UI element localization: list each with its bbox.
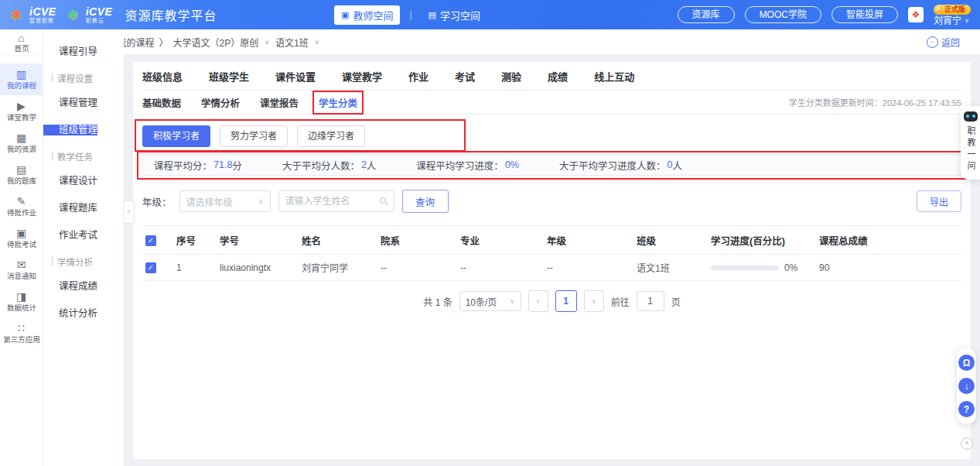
submenu-item-class-management[interactable]: 班级管理 [43,125,97,135]
student-name-input-wrap [278,190,394,212]
download-button[interactable]: ↓ [958,378,975,394]
student-space-tab[interactable]: ▤ 学习空间 [422,5,487,25]
sidebar-item-classroom-teaching[interactable]: ▶ 课堂教学 [0,95,43,127]
app-icon[interactable] [908,7,924,22]
submenu-item-statistical-analysis[interactable]: 统计分析 [43,308,97,319]
help-button[interactable]: ? [958,401,975,417]
medal-icon [936,6,942,12]
chevron-down-icon[interactable]: ∨ [265,39,269,46]
ai-assistant-tab[interactable]: 职教一问 [961,106,980,180]
goto-page-input[interactable] [637,291,664,311]
tab-exam[interactable]: 考试 [455,69,475,84]
top-header: iCVE 智慧职教 iCVE 职教云 资源库教学平台 ▣ 教师空间 | ▤ 学习… [0,0,980,29]
user-menu[interactable]: 正式版 刘宵宁 ∨ [934,5,971,26]
my-resources-icon: ▦ [16,132,26,143]
export-button[interactable]: 导出 [917,190,961,212]
student-name-input[interactable] [278,190,394,212]
submenu-item-course-question-bank[interactable]: 课程题库 [43,203,97,214]
icve-logo-text: iCVE 智慧职教 [29,6,56,23]
tab-quiz[interactable]: 测验 [501,69,521,84]
logo2-title: iCVE [86,6,113,17]
sidebar-item-third-party-apps[interactable]: ∷ 第三方应用 [0,317,43,349]
cell-student-id: liuxiaoningtx [220,262,302,273]
pending-exam-icon: ▣ [16,228,26,238]
cell-class: 语文1班 [637,261,711,274]
table-header-row: ✓ 序号 学号 姓名 院系 专业 年级 班级 学习进度(百分比) 课程总成绩 [142,225,961,255]
col-total-score: 课程总成绩 [819,233,961,248]
stat-value: 0% [505,159,519,170]
current-page-button[interactable]: 1 [555,290,577,312]
breadcrumb: ◎ 当前位置： 我的课程 〉 大学语文（2P）原创 ∨ 语文1班 ∨ ← 返回 [43,29,980,55]
course-submenu: 课程引导 课程设置 课程管理 班级管理 教学任务 课程设计 课程题库 作业考试 … [43,29,124,466]
next-page-button[interactable]: › [584,290,604,312]
grade-filter-label: 年级： [142,194,172,209]
submenu-item-course-guide[interactable]: 课程引导 [43,46,97,57]
breadcrumb-class-name[interactable]: 语文1班 [275,36,309,49]
tab-online-interaction[interactable]: 线上互动 [594,69,634,84]
sidebar-item-home[interactable]: ⌂ 首页 [0,29,43,56]
chevron-down-icon[interactable]: ∨ [315,39,319,46]
chevron-down-icon: ∨ [965,18,969,24]
tab-class-info[interactable]: 班级信息 [142,69,183,84]
smart-screen-cast-button[interactable]: 智能投屏 [831,6,898,23]
active-learners-button[interactable]: 积极学习者 [142,125,210,147]
teacher-space-tab[interactable]: ▣ 教师空间 [334,5,400,25]
grade-select-placeholder: 请选择年级 [186,195,233,208]
marginal-learners-button[interactable]: 边缘学习者 [297,125,365,147]
submenu-item-course-scores[interactable]: 课程成绩 [43,281,97,292]
query-button[interactable]: 查询 [402,190,449,213]
submenu-item-homework-exam[interactable]: 作业考试 [43,230,97,241]
close-icon: × [965,439,968,447]
stat-value: 0 [667,159,672,170]
mooc-college-button[interactable]: MOOC学院 [745,6,821,23]
logo2-subtitle: 职教云 [86,18,113,23]
sidebar-item-question-bank[interactable]: ▤ 我的题库 [0,159,43,190]
goto-label: 前往 [611,295,630,308]
cell-grade: -- [547,262,637,273]
cell-progress: 0% [711,262,819,273]
tab-scores[interactable]: 成绩 [548,69,568,84]
tab-courseware-settings[interactable]: 课件设置 [275,69,316,84]
tab-classroom-teaching[interactable]: 课堂教学 [342,69,382,84]
grade-select[interactable]: 请选择年级 ∨ [179,190,271,212]
sidebar-item-my-courses[interactable]: ▥ 我的课程 [0,63,43,95]
class-tabs: 班级信息 班级学生 课件设置 课堂教学 作业 考试 测验 成绩 线上互动 [142,62,961,91]
sidebar-item-message-notice[interactable]: ✉ 消息通知 [0,254,43,286]
submenu-item-course-management[interactable]: 课程管理 [43,98,97,108]
tab-homework[interactable]: 作业 [408,69,429,84]
submenu-item-course-design[interactable]: 课程设计 [43,176,97,187]
sidebar-item-data-statistics[interactable]: ◨ 数据统计 [0,286,43,317]
sidebar-item-pending-homework[interactable]: ✎ 待批作业 [0,190,43,222]
row-checkbox[interactable]: ✓ [145,262,156,273]
icve-zhijiaoyun-logo-icon [64,6,81,23]
hardworking-learners-button[interactable]: 努力学习者 [220,125,288,147]
table-row: ✓ 1 liuxiaoningtx 刘宵宁同学 -- -- -- 语文1班 0%… [142,255,961,281]
stat-above-average-count: 大于平均分人数： 2 人 [282,158,376,173]
subtab-student-classification[interactable]: 学生分类 [319,95,357,110]
cell-department: -- [381,262,460,273]
header-right: 资源库 MOOC学院 智能投屏 正式版 刘宵宁 ∨ [678,5,980,26]
page-size-select[interactable]: 10条/页 ∨ [459,291,521,311]
resource-library-button[interactable]: 资源库 [678,6,735,23]
subtab-learning-analysis[interactable]: 学情分析 [201,95,240,110]
prev-page-button[interactable]: ‹ [528,290,548,312]
tab-class-students[interactable]: 班级学生 [209,69,249,84]
icon-sidebar: ⌂ 首页 ▥ 我的课程 ▶ 课堂教学 ▦ 我的资源 ▤ 我的题库 ✎ 待批作业 … [0,29,43,466]
back-button[interactable]: ← 返回 [927,36,960,49]
close-toolbar-button[interactable]: × [961,437,973,450]
sidebar-item-my-resources[interactable]: ▦ 我的资源 [0,127,43,159]
sidebar-item-pending-exam[interactable]: ▣ 待批考试 [0,222,43,254]
submenu-section-learning-analysis: 学情分析 [43,249,124,273]
subtab-classroom-report[interactable]: 课堂报告 [260,95,299,110]
breadcrumb-course-name[interactable]: 大学语文（2P）原创 [173,36,259,49]
select-all-checkbox[interactable]: ✓ [145,235,156,246]
customer-service-button[interactable]: Ω [958,355,975,371]
progress-bar [711,266,779,270]
ai-assistant-label: 职教一问 [966,126,975,173]
col-class: 班级 [637,233,711,248]
sidebar-collapse-handle[interactable]: « [123,200,135,224]
username[interactable]: 刘宵宁 ∨ [934,16,969,26]
subtab-basic-data[interactable]: 基础数据 [142,95,181,110]
learner-category-buttons: 积极学习者 努力学习者 边缘学习者 [142,125,365,147]
username-text: 刘宵宁 [934,16,961,26]
